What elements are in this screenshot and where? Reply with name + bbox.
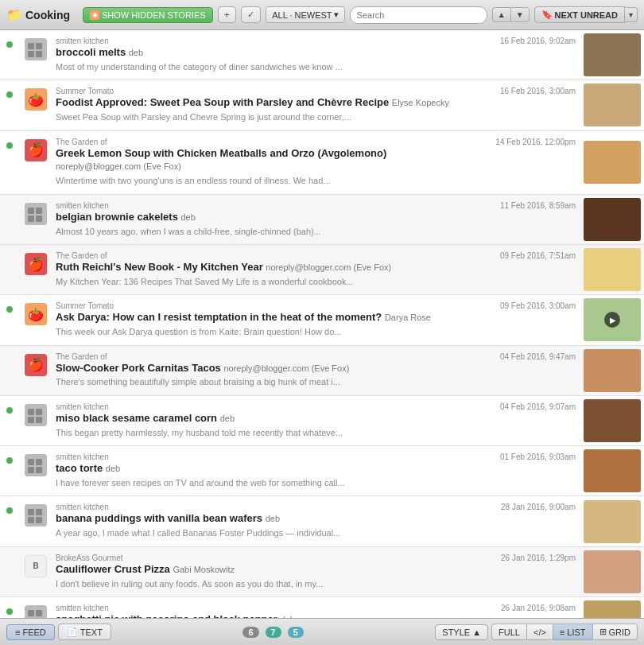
feed-label: FEED [22, 628, 45, 637]
style-dropdown[interactable]: STYLE ▲ [435, 624, 488, 640]
unread-indicator [0, 30, 19, 80]
feed-icon-col [19, 446, 52, 495]
article-thumbnail [580, 30, 644, 80]
svg-rect-22 [36, 509, 42, 515]
article-title: taco torte deb [56, 462, 464, 476]
unread-indicator [0, 496, 19, 546]
article-title: banana puddings with vanilla bean wafers… [56, 512, 464, 526]
unread-dot [6, 357, 13, 363]
full-view-button[interactable]: FULL [491, 624, 527, 640]
article-row[interactable]: 🍎 The Garden of Greek Lemon Soup with Ch… [0, 131, 644, 195]
article-content: The Garden of Slow-Cooker Pork Carnitas … [52, 346, 469, 395]
app-title: 📁 Cooking [6, 7, 70, 22]
article-title: miso black sesame caramel corn deb [56, 412, 464, 425]
style-label: STYLE [442, 628, 470, 637]
article-author: Elyse Kopecky [392, 98, 449, 107]
svg-rect-16 [28, 459, 34, 465]
article-title: Foodist Approved: Sweet Pea Soup with Pa… [56, 96, 464, 110]
unread-indicator [0, 80, 19, 130]
all-newest-dropdown[interactable]: ALL · NEWEST ▾ [266, 6, 344, 23]
article-excerpt: Almost 10 years ago, when I was a child-… [56, 226, 464, 238]
unread-indicator [0, 346, 19, 395]
article-row[interactable]: 🍎 The Garden of Ruth Reichl's New Book -… [0, 245, 644, 295]
bookmark-icon: 🔖 [541, 10, 553, 20]
feed-icon-col: B [19, 547, 52, 596]
article-thumbnail [580, 396, 644, 445]
feed-icon-col [19, 496, 52, 546]
feed-view-button[interactable]: ≡ FEED [6, 624, 55, 640]
article-content: smitten kitchen miso black sesame carame… [52, 396, 469, 445]
add-button[interactable]: + [218, 6, 237, 23]
article-date: 16 Feb 2016, 9:02am [500, 37, 576, 45]
article-content: smitten kitchen belgian brownie cakelets… [52, 195, 469, 244]
feed-icon: ≡ [15, 628, 20, 637]
article-thumbnail [580, 346, 644, 395]
svg-rect-20 [25, 504, 47, 526]
svg-rect-19 [36, 467, 42, 473]
unread-dot [6, 41, 13, 48]
article-content: The Garden of Greek Lemon Soup with Chic… [52, 131, 469, 194]
unread-dot [6, 407, 13, 414]
article-row[interactable]: smitten kitchen banana puddings with van… [0, 496, 644, 546]
code-view-button[interactable]: </> [527, 624, 553, 640]
article-source: smitten kitchen [56, 604, 464, 612]
text-view-button[interactable]: 📄 TEXT [58, 624, 111, 640]
list-view-button[interactable]: ≡ LIST [553, 624, 593, 640]
feed-icon-col [19, 597, 52, 618]
next-unread-arrow-button[interactable]: ▾ [625, 7, 638, 22]
article-author: noreply@blogger.com (Eve Fox) [266, 262, 391, 272]
article-title: broccoli melts deb [56, 46, 464, 60]
next-unread-button[interactable]: 🔖 NEXT UNREAD [534, 6, 625, 23]
article-list: smitten kitchen broccoli melts deb Most … [0, 30, 644, 618]
svg-rect-13 [28, 417, 34, 423]
article-row[interactable]: 🍅 Summer Tomato Foodist Approved: Sweet … [0, 80, 644, 130]
article-row[interactable]: 🍅 Summer Tomato Ask Darya: How can I res… [0, 295, 644, 345]
article-row[interactable]: smitten kitchen taco torte deb I have fo… [0, 446, 644, 496]
article-thumbnail [580, 597, 644, 618]
article-excerpt: This began pretty harmlessly, my husband… [56, 427, 464, 439]
article-source: The Garden of [56, 251, 464, 260]
article-row[interactable]: smitten kitchen miso black sesame carame… [0, 396, 644, 446]
article-date: 09 Feb 2016, 3:00am [500, 301, 576, 310]
article-row[interactable]: smitten kitchen belgian brownie cakelets… [0, 195, 644, 245]
article-title: Greek Lemon Soup with Chicken Meatballs … [56, 147, 464, 174]
article-row[interactable]: 🍎 The Garden of Slow-Cooker Pork Carnita… [0, 346, 644, 396]
article-content: smitten kitchen banana puddings with van… [52, 496, 469, 546]
article-content: smitten kitchen broccoli melts deb Most … [52, 30, 469, 80]
article-content: Summer Tomato Foodist Approved: Sweet Pe… [52, 80, 469, 130]
article-title: Cauliflower Crust Pizza Gabi Moskowitz [56, 563, 464, 577]
all-newest-label: ALL · NEWEST [272, 10, 332, 20]
folder-icon: 📁 [6, 7, 22, 22]
svg-rect-27 [36, 610, 42, 616]
svg-rect-21 [28, 509, 34, 515]
article-excerpt: Sweet Pea Soup with Parsley and Chevre S… [56, 111, 464, 123]
unread-indicator [0, 396, 19, 445]
grid-view-button[interactable]: ⊞ GRID [593, 624, 638, 640]
article-row[interactable]: smitten kitchen broccoli melts deb Most … [0, 30, 644, 80]
article-source: The Garden of [56, 138, 464, 146]
article-row[interactable]: smitten kitchen spaghetti pie with pecor… [0, 597, 644, 618]
prev-button[interactable]: ▲ [492, 7, 510, 22]
unread-indicator [0, 195, 19, 244]
article-source: Summer Tomato [56, 87, 464, 95]
article-meta: 26 Jan 2016, 9:08am [469, 597, 580, 618]
show-hidden-button[interactable]: ◉ SHOW HIDDEN STORIES [83, 7, 213, 23]
article-excerpt: This week our Ask Darya question is from… [56, 326, 464, 338]
article-author: deb [129, 48, 143, 57]
search-input[interactable] [350, 6, 487, 24]
article-date: 04 Feb 2016, 9:47am [500, 352, 576, 361]
unread-dot [6, 457, 13, 464]
article-excerpt: I don't believe in ruling out any foods.… [56, 578, 464, 590]
article-author: deb [266, 514, 280, 523]
feed-icon-col [19, 396, 52, 445]
article-date: 26 Jan 2016, 9:08am [501, 604, 576, 612]
article-author: deb [220, 414, 235, 423]
checkmark-button[interactable]: ✓ [241, 6, 261, 23]
article-author: deb [181, 212, 196, 222]
feed-icon-col: 🍅 [19, 80, 52, 130]
article-source: smitten kitchen [56, 453, 464, 461]
svg-rect-9 [36, 216, 42, 222]
next-button[interactable]: ▼ [510, 7, 530, 22]
article-row[interactable]: B BrokeAss Gourmet Cauliflower Crust Piz… [0, 547, 644, 597]
article-excerpt: Most of my understanding of the category… [56, 61, 464, 73]
